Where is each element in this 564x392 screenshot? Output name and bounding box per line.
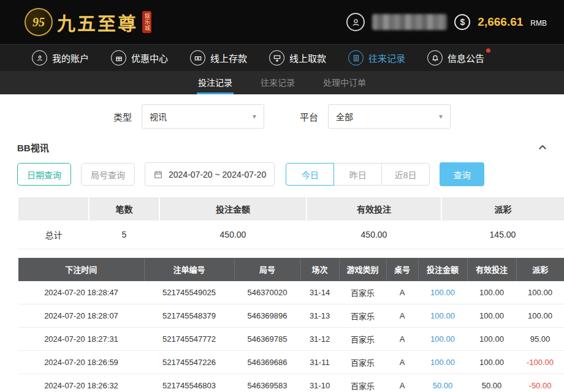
cell-bet-amount-link[interactable]: 100.00 <box>418 281 467 304</box>
user-avatar-icon[interactable] <box>346 13 365 31</box>
cell-table-no: A <box>386 281 418 304</box>
cell-session: 31-14 <box>300 281 339 304</box>
nav-item-announcements[interactable]: 信息公告 <box>427 50 484 66</box>
cell-table-no: A <box>386 304 418 328</box>
cell-round-id: 546369686 <box>234 351 300 374</box>
summary-header-count: 笔数 <box>89 197 159 221</box>
cell-bet-id: 521745546803 <box>144 374 234 392</box>
tab-bet-records[interactable]: 投注记录 <box>197 71 234 94</box>
logo-badge: 娱乐城 <box>142 11 151 33</box>
nav-item-withdraw[interactable]: 线上取款 <box>269 50 326 66</box>
cell-table-no: A <box>386 351 418 374</box>
table-row: 2024-07-20 18:28:07 521745548379 5463698… <box>18 304 564 328</box>
table-row: 2024-07-20 18:26:59 521745547226 5463696… <box>18 351 564 374</box>
tab-processing-orders[interactable]: 处理中订单 <box>322 71 367 94</box>
summary-total-row: 总计 5 450.00 450.00 145.00 <box>18 221 564 249</box>
table-row: 2024-07-20 18:28:47 521745549025 5463700… <box>18 281 564 304</box>
nav-label: 往来记录 <box>368 51 405 64</box>
type-select[interactable]: 视讯 ▾ <box>142 104 264 129</box>
round-query-button[interactable]: 局号查询 <box>81 163 135 186</box>
cell-bet-id: 521745549025 <box>144 281 234 304</box>
cell-game-type: 百家乐 <box>339 374 386 392</box>
nav-item-deposit[interactable]: 线上存款 <box>190 50 247 66</box>
nav-label: 线上取款 <box>289 51 326 64</box>
search-button[interactable]: 查询 <box>440 162 484 186</box>
cell-session: 31-12 <box>300 328 339 351</box>
cell-table-no: A <box>386 374 418 392</box>
notification-dot <box>486 48 490 53</box>
section-header: BB视讯 <box>0 136 564 162</box>
summary-bet-amount: 450.00 <box>159 221 307 249</box>
platform-select-value: 全部 <box>336 110 353 123</box>
cell-bet-amount-link[interactable]: 50.00 <box>418 374 467 392</box>
today-button[interactable]: 今日 <box>286 163 334 186</box>
cell-bet-amount-link[interactable]: 100.00 <box>418 351 467 374</box>
cell-valid-bet: 100.00 <box>467 281 516 304</box>
table-row: 2024-07-20 18:27:31 521745547772 5463697… <box>18 328 564 351</box>
summary-header-empty <box>18 197 89 221</box>
nav-item-my-account[interactable]: 我的账户 <box>32 50 89 66</box>
cell-session: 31-13 <box>300 304 339 328</box>
summary-count: 5 <box>89 221 159 249</box>
username-blurred[interactable] <box>372 14 447 30</box>
nav-item-records[interactable]: 往来记录 <box>348 50 405 66</box>
type-filter-label: 类型 <box>113 110 132 123</box>
cell-session: 31-10 <box>300 374 339 392</box>
date-range-value: 2024-07-20 ~ 2024-07-20 <box>169 170 266 179</box>
cell-round-id: 546369583 <box>234 374 300 392</box>
col-game-type: 游戏类别 <box>339 258 386 281</box>
summary-table: 笔数 投注金额 有效投注 派彩 总计 5 450.00 450.00 145.0… <box>18 197 564 249</box>
currency-icon: $ <box>454 14 470 30</box>
nav-item-promotions[interactable]: 优惠中心 <box>111 50 168 66</box>
logo-emblem-icon: 95 <box>25 8 53 36</box>
cell-payout: -50.00 <box>516 374 564 392</box>
collapse-chevron-up-icon[interactable] <box>537 142 548 153</box>
cell-payout: -100.00 <box>516 351 564 374</box>
platform-filter-label: 平台 <box>300 110 318 123</box>
cell-game-type: 百家乐 <box>339 351 386 374</box>
site-logo[interactable]: 95 九五至尊 娱乐城 <box>25 8 151 36</box>
cell-bet-time: 2024-07-20 18:26:32 <box>18 374 144 392</box>
deposit-icon <box>190 50 205 66</box>
logo-title: 九五至尊 <box>57 9 138 36</box>
section-title: BB视讯 <box>17 141 49 154</box>
nav-label: 我的账户 <box>52 51 89 64</box>
cell-table-no: A <box>386 328 418 351</box>
col-payout: 派彩 <box>516 258 564 281</box>
cell-bet-amount-link[interactable]: 100.00 <box>418 304 467 328</box>
cell-bet-time: 2024-07-20 18:27:31 <box>18 328 144 351</box>
cell-round-id: 546370020 <box>234 281 300 304</box>
platform-select[interactable]: 全部 ▾ <box>328 104 451 129</box>
cell-valid-bet: 100.00 <box>467 328 516 351</box>
range-button-group: 今日 昨日 近8日 <box>286 163 430 186</box>
main-nav: 我的账户 优惠中心 线上存款 线上取款 <box>0 44 564 71</box>
balance-currency: RMB <box>530 19 547 28</box>
last-8-days-button[interactable]: 近8日 <box>381 163 430 186</box>
tab-transaction-records[interactable]: 往来记录 <box>259 71 296 94</box>
page: 95 九五至尊 娱乐城 $ 2,666.61 RMB 我的账户 <box>0 0 564 392</box>
calendar-icon <box>153 170 163 179</box>
record-tabs: 投注记录 往来记录 处理中订单 <box>0 71 564 94</box>
gift-icon <box>111 50 126 66</box>
cell-game-type: 百家乐 <box>339 304 386 328</box>
date-range-input[interactable]: 2024-07-20 ~ 2024-07-20 <box>145 162 275 186</box>
col-bet-time: 下注时间 <box>18 258 144 281</box>
cell-payout: 95.00 <box>516 328 564 351</box>
cell-bet-time: 2024-07-20 18:28:47 <box>18 281 144 304</box>
cell-valid-bet: 50.00 <box>467 374 516 392</box>
cell-valid-bet: 100.00 <box>467 304 516 328</box>
cell-bet-id: 521745547226 <box>144 351 234 374</box>
yesterday-button[interactable]: 昨日 <box>333 163 382 186</box>
cell-bet-amount-link[interactable]: 100.00 <box>418 328 467 351</box>
cell-round-id: 546369896 <box>234 304 300 328</box>
cell-bet-id: 521745547772 <box>144 328 234 351</box>
chevron-down-icon: ▾ <box>253 112 256 121</box>
col-session: 场次 <box>300 258 339 281</box>
type-select-value: 视讯 <box>150 110 167 123</box>
user-icon <box>32 50 47 66</box>
table-header-row: 下注时间 注单编号 局号 场次 游戏类别 桌号 投注金额 有效投注 派彩 <box>18 258 564 281</box>
cell-payout: 100.00 <box>516 304 564 328</box>
date-query-button[interactable]: 日期查询 <box>17 163 71 186</box>
col-bet-id: 注单编号 <box>144 258 234 281</box>
cell-game-type: 百家乐 <box>339 328 386 351</box>
